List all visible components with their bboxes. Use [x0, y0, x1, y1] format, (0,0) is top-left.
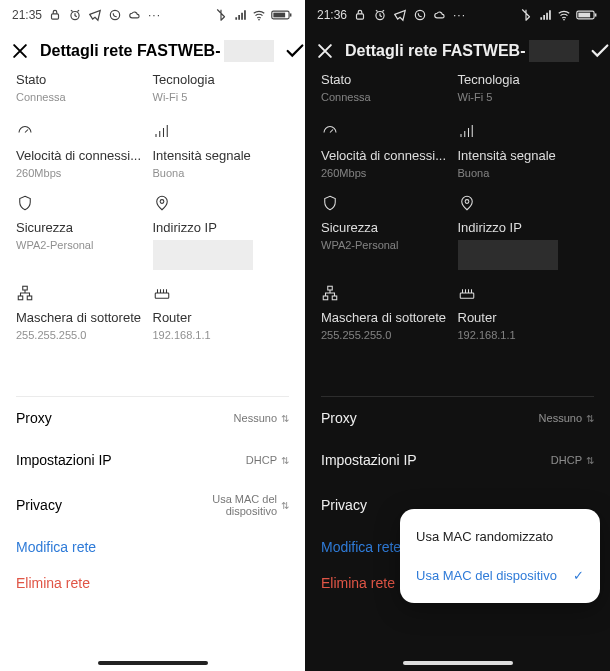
- whatsapp-icon: [108, 8, 122, 22]
- nav-handle[interactable]: [403, 661, 513, 665]
- chevron-updown-icon: ⇅: [281, 455, 289, 466]
- svg-rect-0: [52, 14, 59, 19]
- check-icon: ✓: [573, 568, 584, 583]
- cell-signal: Intensità segnale Buona: [458, 112, 595, 184]
- wifi-icon: [557, 8, 571, 22]
- battery-icon: [576, 8, 598, 22]
- cell-speed: Velocità di connessi... 260Mbps: [16, 112, 153, 184]
- network-icon: [16, 284, 34, 302]
- battery-icon: [271, 8, 293, 22]
- cell-signal: Intensità segnale Buona: [153, 112, 290, 184]
- popup-option-random-mac[interactable]: Usa MAC randomizzato: [400, 517, 600, 556]
- page-title: Dettagli rete FASTWEB-: [40, 40, 274, 62]
- cell-state: Stato Connessa: [321, 72, 458, 112]
- cell-ip: Indirizzo IP: [458, 184, 595, 274]
- title-bar: Dettagli rete FASTWEB-: [305, 30, 610, 72]
- telegram-icon: [393, 8, 407, 22]
- cell-security: Sicurezza WPA2-Personal: [16, 184, 153, 274]
- svg-point-7: [160, 200, 164, 204]
- confirm-button[interactable]: [589, 40, 610, 62]
- redacted-ssid: [224, 40, 274, 62]
- ip-icon: [458, 194, 476, 212]
- svg-rect-12: [357, 14, 364, 19]
- svg-rect-22: [332, 296, 337, 300]
- gauge-icon: [321, 122, 339, 140]
- wifi-icon: [252, 8, 266, 22]
- signal-icon: [233, 8, 247, 22]
- svg-point-14: [415, 10, 424, 19]
- redacted-ip: [153, 240, 253, 270]
- svg-rect-9: [18, 296, 23, 300]
- whatsapp-icon: [413, 8, 427, 22]
- popup-option-device-mac[interactable]: Usa MAC del dispositivo ✓: [400, 556, 600, 595]
- telegram-icon: [88, 8, 102, 22]
- chevron-updown-icon: ⇅: [586, 455, 594, 466]
- svg-point-19: [465, 200, 469, 204]
- row-proxy[interactable]: Proxy Nessuno ⇅: [16, 397, 289, 439]
- status-bar: 21:36 ···: [305, 0, 610, 30]
- delete-network-link[interactable]: Elimina rete: [16, 565, 289, 609]
- close-button[interactable]: [315, 40, 335, 62]
- ip-icon: [153, 194, 171, 212]
- more-icon: ···: [148, 8, 161, 22]
- cell-technology: Tecnologia Wi-Fi 5: [153, 72, 290, 112]
- bluetooth-icon: [519, 8, 533, 22]
- svg-rect-5: [290, 13, 292, 16]
- alarm-icon: [68, 8, 82, 22]
- gauge-icon: [16, 122, 34, 140]
- row-privacy[interactable]: Privacy Usa MAC del dispositivo ⇅: [16, 481, 289, 529]
- page-title: Dettagli rete FASTWEB-: [345, 40, 579, 62]
- bluetooth-icon: [214, 8, 228, 22]
- svg-rect-17: [595, 13, 597, 16]
- shield-icon: [321, 194, 339, 212]
- cell-mask: Maschera di sottorete 255.255.255.0: [16, 274, 153, 346]
- svg-rect-11: [155, 293, 169, 298]
- more-icon: ···: [453, 8, 466, 22]
- svg-rect-6: [273, 13, 285, 18]
- cell-security: Sicurezza WPA2-Personal: [321, 184, 458, 274]
- cell-mask: Maschera di sottorete 255.255.255.0: [321, 274, 458, 346]
- redacted-ip: [458, 240, 558, 270]
- row-ip-settings[interactable]: Impostazioni IP DHCP ⇅: [321, 439, 594, 481]
- status-bar: 21:35 ···: [0, 0, 305, 30]
- modify-network-link[interactable]: Modifica rete: [16, 529, 289, 565]
- svg-rect-21: [323, 296, 328, 300]
- router-icon: [153, 284, 171, 302]
- alarm-icon: [373, 8, 387, 22]
- nav-handle[interactable]: [98, 661, 208, 665]
- svg-rect-10: [27, 296, 32, 300]
- cell-router: Router 192.168.1.1: [458, 274, 595, 346]
- svg-rect-23: [460, 293, 474, 298]
- lock-icon: [48, 8, 62, 22]
- cell-state: Stato Connessa: [16, 72, 153, 112]
- confirm-button[interactable]: [284, 40, 305, 62]
- shield-icon: [16, 194, 34, 212]
- privacy-popup: Usa MAC randomizzato Usa MAC del disposi…: [400, 509, 600, 603]
- svg-rect-8: [23, 286, 28, 290]
- cloud-icon: [433, 8, 447, 22]
- clock: 21:35: [12, 8, 42, 22]
- row-proxy[interactable]: Proxy Nessuno ⇅: [321, 397, 594, 439]
- bars-icon: [458, 122, 476, 140]
- chevron-updown-icon: ⇅: [281, 500, 289, 511]
- svg-point-15: [563, 19, 565, 21]
- row-ip-settings[interactable]: Impostazioni IP DHCP ⇅: [16, 439, 289, 481]
- title-bar: Dettagli rete FASTWEB-: [0, 30, 305, 72]
- router-icon: [458, 284, 476, 302]
- cell-ip: Indirizzo IP: [153, 184, 290, 274]
- lock-icon: [353, 8, 367, 22]
- clock: 21:36: [317, 8, 347, 22]
- svg-rect-18: [578, 13, 590, 18]
- signal-icon: [538, 8, 552, 22]
- bars-icon: [153, 122, 171, 140]
- cloud-icon: [128, 8, 142, 22]
- cell-speed: Velocità di connessi... 260Mbps: [321, 112, 458, 184]
- redacted-ssid: [529, 40, 579, 62]
- cell-router: Router 192.168.1.1: [153, 274, 290, 346]
- svg-point-3: [258, 19, 260, 21]
- svg-rect-20: [328, 286, 333, 290]
- network-icon: [321, 284, 339, 302]
- chevron-updown-icon: ⇅: [586, 413, 594, 424]
- cell-technology: Tecnologia Wi-Fi 5: [458, 72, 595, 112]
- close-button[interactable]: [10, 40, 30, 62]
